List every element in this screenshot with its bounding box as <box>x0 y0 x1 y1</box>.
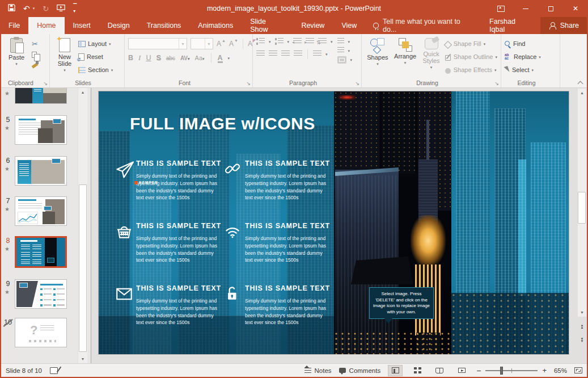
align-left-button[interactable] <box>256 51 265 57</box>
signed-in-user[interactable]: Farshad Iqbal <box>480 17 540 34</box>
slide-6-thumbnail[interactable] <box>15 156 67 186</box>
shape-fill-button[interactable]: Shape Fill▾ <box>445 39 497 49</box>
ribbon-display-options-icon[interactable] <box>488 0 513 17</box>
block-body[interactable]: Simply dummy text of the printing and ty… <box>245 297 331 326</box>
undo-icon[interactable]: ↶ <box>23 4 30 13</box>
block-heading[interactable]: THIS IS SAMPLE TEXT <box>245 284 330 292</box>
align-center-button[interactable] <box>269 51 277 57</box>
tell-me-box[interactable]: Tell me what you want to do... <box>365 17 480 34</box>
paste-button[interactable]: Paste ▾ <box>3 37 29 78</box>
minimize-button[interactable] <box>513 0 538 17</box>
paragraph-dialog-launcher-icon[interactable]: ↘ <box>355 81 359 86</box>
format-painter-icon[interactable] <box>32 61 39 68</box>
slide-indicator[interactable]: Slide 8 of 10 <box>6 367 42 374</box>
block-body[interactable]: Simply dummy text of the printing and ty… <box>136 173 222 201</box>
block-heading[interactable]: THIS IS SAMPLE TEXT <box>136 159 221 167</box>
collapse-ribbon-icon[interactable] <box>578 81 583 85</box>
scroll-down-icon[interactable]: ▼ <box>78 355 87 363</box>
underline-button[interactable]: U <box>146 54 151 62</box>
strikethrough-button[interactable]: abc <box>166 55 175 61</box>
thumbnail-scrollbar[interactable]: ▲ ▼ <box>78 88 87 363</box>
shape-outline-button[interactable]: Shape Outline▾ <box>445 52 497 62</box>
decrease-indent-button[interactable] <box>293 38 302 45</box>
find-button[interactable]: Find <box>505 39 541 49</box>
justify-button[interactable] <box>294 51 302 57</box>
block-heading[interactable]: THIS IS SAMPLE TEXT <box>136 284 221 292</box>
align-right-button[interactable] <box>281 51 290 57</box>
text-shadow-button[interactable]: S <box>156 54 160 62</box>
start-slideshow-icon[interactable] <box>57 5 65 13</box>
paste-dropdown-icon[interactable]: ▾ <box>15 62 18 66</box>
slide-8-thumbnail-selected[interactable] <box>15 236 67 268</box>
italic-button[interactable]: I <box>138 53 141 62</box>
select-button[interactable]: Select▾ <box>505 65 541 75</box>
clipboard-dialog-launcher-icon[interactable]: ↘ <box>43 81 48 86</box>
numbering-button[interactable] <box>275 38 284 45</box>
layout-button[interactable]: Layout▾ <box>78 39 113 49</box>
zoom-level[interactable]: 65% <box>554 367 567 374</box>
block-body[interactable]: Simply dummy text of the printing and ty… <box>136 297 222 326</box>
slide-7-thumbnail[interactable] <box>15 196 67 226</box>
cut-icon[interactable] <box>32 39 39 49</box>
tab-transitions[interactable]: Transitions <box>138 17 190 34</box>
chevron-down-icon[interactable]: ▼ <box>205 39 213 49</box>
share-button[interactable]: Share <box>540 17 588 34</box>
scroll-down-icon[interactable]: ▼ <box>578 308 586 317</box>
bullets-button[interactable] <box>256 38 265 45</box>
block-heading[interactable]: THIS IS SAMPLE TEXT <box>245 222 330 230</box>
reading-view-button[interactable] <box>432 365 447 376</box>
font-name-combobox[interactable]: ▼ <box>128 38 187 49</box>
replace-button[interactable]: abacReplace▾ <box>505 52 541 62</box>
drawing-dialog-launcher-icon[interactable]: ↘ <box>494 81 499 86</box>
tab-design[interactable]: Design <box>99 17 138 34</box>
new-slide-button[interactable]: New Slide ▾ <box>53 37 76 78</box>
scrollbar-track[interactable]: ▲ ▼ <box>577 88 587 317</box>
slide-10-thumbnail[interactable] <box>15 318 67 347</box>
close-button[interactable]: ✕ <box>563 0 588 17</box>
columns-button[interactable] <box>313 51 322 57</box>
block-body[interactable]: Simply dummy text of the printing and ty… <box>245 235 331 264</box>
redo-icon[interactable]: ↻ <box>43 5 49 13</box>
convert-to-smartart-button[interactable] <box>337 56 346 64</box>
slide-sorter-view-button[interactable] <box>410 365 425 376</box>
slide-4-thumbnail[interactable] <box>15 88 67 104</box>
slide-canvas[interactable]: KEMPER FULL IMAGE w/ICONS <box>98 91 569 355</box>
tab-insert[interactable]: Insert <box>65 17 99 34</box>
reset-button[interactable]: Reset <box>78 52 113 62</box>
zoom-slider[interactable] <box>485 370 538 371</box>
quick-styles-button[interactable]: Quick Styles ▾ <box>420 37 442 78</box>
customize-qat-icon[interactable]: ▔▾ <box>73 3 77 14</box>
block-body[interactable]: Simply dummy text of the printing and ty… <box>245 173 331 201</box>
slide-show-button[interactable] <box>454 365 469 376</box>
next-slide-button[interactable]: ▼▼ <box>577 335 587 345</box>
text-direction-button[interactable] <box>337 38 344 45</box>
tab-slide-show[interactable]: Slide Show <box>242 17 293 34</box>
font-color-button[interactable]: A <box>218 54 223 62</box>
copy-icon[interactable] <box>32 52 37 58</box>
scroll-up-icon[interactable]: ▲ <box>578 89 586 97</box>
tab-file[interactable]: File <box>0 17 28 34</box>
font-dialog-launcher-icon[interactable]: ↘ <box>246 81 251 86</box>
vertical-scrollbar[interactable]: ▲ ▼ ▲▲ ▼▼ <box>577 88 588 363</box>
tab-animations[interactable]: Animations <box>189 17 242 34</box>
fit-slide-to-window-icon[interactable] <box>574 367 582 373</box>
align-text-button[interactable] <box>337 47 344 54</box>
tab-view[interactable]: View <box>333 17 365 34</box>
shape-effects-button[interactable]: Shape Effects▾ <box>445 65 497 75</box>
font-color-dropdown-icon[interactable]: ▾ <box>228 56 230 60</box>
shapes-button[interactable]: Shapes ▾ <box>365 37 390 78</box>
scroll-up-icon[interactable]: ▲ <box>78 88 87 96</box>
tab-review[interactable]: Review <box>293 17 333 34</box>
block-body[interactable]: Simply dummy text of the printing and ty… <box>136 235 222 264</box>
block-heading[interactable]: THIS IS SAMPLE TEXT <box>245 159 330 167</box>
block-heading[interactable]: THIS IS SAMPLE TEXT <box>136 222 221 230</box>
undo-dropdown-icon[interactable]: ▾ <box>33 6 35 11</box>
maximize-button[interactable] <box>538 0 563 17</box>
notes-button[interactable]: Notes <box>304 367 332 374</box>
image-placeholder-note[interactable]: Select image. Press 'DELETE' and click o… <box>369 287 434 319</box>
normal-view-button[interactable] <box>388 365 403 376</box>
bold-button[interactable]: B <box>128 54 133 62</box>
slide-5-thumbnail[interactable] <box>15 115 67 145</box>
previous-slide-button[interactable]: ▲▲ <box>577 322 587 331</box>
section-button[interactable]: Section▾ <box>78 65 113 75</box>
